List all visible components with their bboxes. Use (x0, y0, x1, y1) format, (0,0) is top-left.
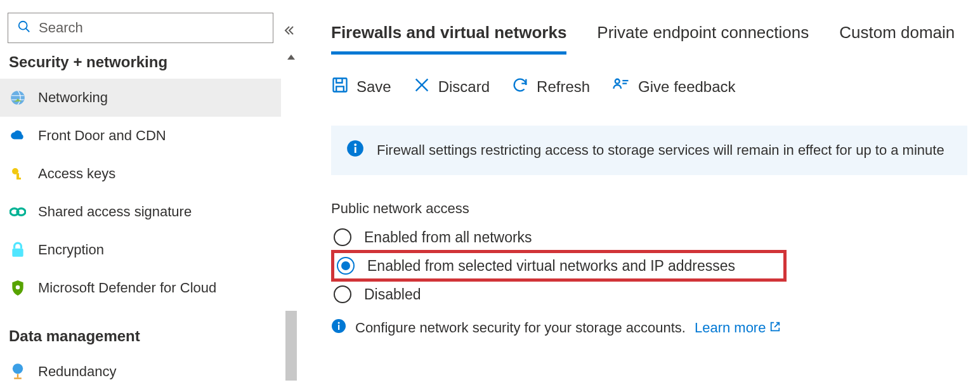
tab-private-endpoints[interactable]: Private endpoint connections (597, 23, 809, 55)
scroll-thumb[interactable] (285, 311, 297, 381)
feedback-button[interactable]: Give feedback (611, 76, 735, 98)
section-header-security: Security + networking (0, 48, 281, 79)
svg-point-0 (19, 22, 27, 30)
nav-label: Networking (38, 89, 108, 106)
nav-label: Shared access signature (38, 204, 192, 220)
collapse-sidebar-icon[interactable] (282, 24, 294, 39)
sidebar-item-defender[interactable]: Microsoft Defender for Cloud (0, 269, 281, 307)
globe-icon (9, 89, 27, 106)
radio-option-selected-networks[interactable]: Enabled from selected virtual networks a… (337, 257, 735, 275)
svg-rect-5 (16, 178, 21, 180)
svg-point-9 (16, 285, 20, 290)
nav-label: Redundancy (38, 363, 117, 380)
feedback-label: Give feedback (638, 78, 735, 96)
save-icon (331, 76, 349, 98)
sidebar: Security + networking Networking Front D… (0, 0, 298, 392)
radio-option-disabled[interactable]: Disabled (331, 282, 967, 307)
tab-custom-domain[interactable]: Custom domain (839, 23, 955, 55)
scroll-up-icon[interactable] (286, 52, 296, 63)
svg-point-16 (615, 79, 620, 84)
search-icon (17, 20, 31, 36)
info-icon (346, 140, 364, 161)
toolbar: Save Discard Refresh Give feedback (331, 76, 967, 98)
svg-rect-8 (12, 249, 23, 257)
discard-button[interactable]: Discard (413, 76, 490, 98)
svg-rect-11 (17, 374, 18, 378)
config-hint: Configure network security for your stor… (331, 318, 967, 337)
learn-more-link[interactable]: Learn more (695, 320, 781, 336)
learn-more-label: Learn more (695, 320, 766, 336)
radio-icon (334, 285, 351, 303)
refresh-icon (511, 76, 529, 98)
sidebar-scrollbar[interactable] (284, 49, 298, 386)
link-icon (9, 206, 27, 218)
nav-label: Front Door and CDN (38, 127, 166, 144)
discard-icon (413, 76, 431, 98)
radio-label: Enabled from all networks (364, 229, 532, 246)
svg-point-10 (13, 363, 23, 374)
public-access-title: Public network access (331, 200, 967, 217)
svg-rect-18 (355, 147, 356, 153)
refresh-label: Refresh (537, 78, 590, 96)
sidebar-item-sas[interactable]: Shared access signature (0, 193, 281, 231)
search-input[interactable] (37, 19, 264, 37)
radio-option-all-networks[interactable]: Enabled from all networks (331, 225, 967, 250)
sidebar-item-access-keys[interactable]: Access keys (0, 155, 281, 193)
svg-point-22 (338, 322, 340, 324)
radio-icon (337, 257, 355, 275)
sidebar-item-networking[interactable]: Networking (0, 79, 281, 117)
sidebar-item-redundancy[interactable]: Redundancy (0, 353, 281, 391)
feedback-icon (611, 76, 630, 98)
svg-rect-21 (338, 325, 339, 330)
radio-label: Disabled (364, 286, 421, 303)
external-link-icon (769, 320, 781, 336)
info-icon (331, 318, 346, 337)
cloud-icon (9, 127, 27, 144)
key-icon (9, 166, 27, 181)
svg-point-19 (354, 143, 356, 146)
radio-icon (334, 228, 351, 246)
save-label: Save (356, 78, 391, 96)
search-box[interactable] (8, 13, 273, 43)
sidebar-item-front-door[interactable]: Front Door and CDN (0, 117, 281, 155)
nav-label: Encryption (38, 242, 104, 258)
highlighted-option: Enabled from selected virtual networks a… (331, 250, 787, 282)
section-header-data: Data management (0, 322, 281, 353)
svg-line-1 (26, 29, 30, 32)
main-panel: Firewalls and virtual networks Private e… (298, 0, 980, 392)
banner-text: Firewall settings restricting access to … (377, 142, 944, 159)
tab-firewalls[interactable]: Firewalls and virtual networks (331, 23, 566, 55)
info-banner: Firewall settings restricting access to … (331, 126, 967, 175)
svg-rect-12 (14, 377, 22, 379)
sidebar-item-encryption[interactable]: Encryption (0, 231, 281, 269)
svg-rect-13 (334, 79, 347, 92)
tab-bar: Firewalls and virtual networks Private e… (331, 6, 967, 55)
shield-icon (9, 280, 27, 296)
radio-label: Enabled from selected virtual networks a… (367, 258, 735, 275)
hint-text: Configure network security for your stor… (355, 320, 686, 336)
nav-label: Access keys (38, 166, 115, 182)
lock-icon (9, 242, 27, 258)
svg-point-2 (11, 91, 25, 105)
discard-label: Discard (438, 78, 490, 96)
globe-stand-icon (9, 363, 27, 381)
nav-label: Microsoft Defender for Cloud (38, 280, 216, 296)
refresh-button[interactable]: Refresh (511, 76, 590, 98)
save-button[interactable]: Save (331, 76, 391, 98)
